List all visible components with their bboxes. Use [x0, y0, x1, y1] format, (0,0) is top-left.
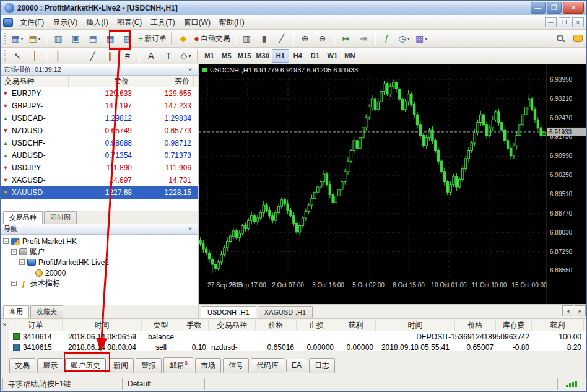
- toolbar-grip[interactable]: [4, 33, 6, 44]
- vertical-line-button[interactable]: │: [50, 48, 67, 63]
- text-label-button[interactable]: T: [160, 48, 177, 63]
- terminal-tab-EA[interactable]: EA: [286, 359, 307, 372]
- nav-node-mt-logo[interactable]: -Profit Market HK: [1, 236, 198, 246]
- crosshair-button[interactable]: ┼: [26, 48, 43, 63]
- market-watch-row[interactable]: ▲USDCAD-1.298121.29834: [1, 112, 198, 124]
- column-header-order[interactable]: 订单: [9, 320, 63, 331]
- column-header-price[interactable]: 价格: [256, 320, 297, 331]
- cursor-button[interactable]: ↖: [9, 48, 26, 63]
- terminal-tab-展示[interactable]: 展示: [37, 358, 63, 373]
- navigator-tab-常用[interactable]: 常用: [3, 305, 29, 318]
- timeframe-m15[interactable]: M15: [235, 49, 253, 63]
- templates-button[interactable]: ▩▾: [413, 31, 430, 46]
- column-header-type[interactable]: 类型: [142, 320, 180, 331]
- chart-area[interactable]: 27 Sep 201828 Sep 17:002 Oct 07:003 Oct …: [199, 64, 587, 304]
- chart-tab-USDCNH-,H1[interactable]: USDCNH-,H1: [201, 306, 256, 318]
- timeframe-w1[interactable]: W1: [324, 49, 341, 63]
- timeframe-m5[interactable]: M5: [218, 49, 235, 63]
- collapse-icon[interactable]: -: [19, 259, 25, 265]
- chart-shift-button[interactable]: ⇥: [355, 31, 372, 46]
- expand-icon[interactable]: +: [11, 281, 17, 286]
- chart-close-button[interactable]: ×: [572, 17, 584, 27]
- periods-button[interactable]: ◷▾: [396, 31, 413, 46]
- column-header-symbol[interactable]: 交易品种: [209, 320, 256, 331]
- equidistant-channel-button[interactable]: ∥: [102, 48, 119, 63]
- terminal-tab-邮箱[interactable]: 邮箱6: [163, 357, 193, 373]
- zoom-out-button[interactable]: ⊖: [314, 31, 331, 46]
- market-watch-tab-即时图[interactable]: 即时图: [44, 211, 77, 224]
- toolbar-grip[interactable]: [4, 50, 6, 61]
- collapse-icon[interactable]: -: [3, 238, 9, 244]
- minimize-button[interactable]: —: [531, 2, 546, 14]
- nav-node-indicators[interactable]: +ƒ技术指标: [1, 278, 198, 289]
- indicators-button[interactable]: ƒ: [378, 31, 396, 46]
- restore-button[interactable]: ❐: [547, 2, 562, 14]
- scroll-left-icon[interactable]: ◂: [562, 305, 573, 316]
- terminal-close-icon[interactable]: ×: [2, 321, 6, 328]
- history-row[interactable]: 34106152018.06.14 08:08:04sell0.10nzdusd…: [9, 342, 587, 351]
- nav-node-account-money[interactable]: 20000: [1, 268, 198, 278]
- close-icon[interactable]: ×: [186, 66, 194, 73]
- metaeditor-button[interactable]: ◆: [175, 31, 192, 46]
- menu-文件(F)[interactable]: 文件(F): [15, 15, 48, 30]
- arrows-button[interactable]: ◇▾: [177, 48, 194, 63]
- strategy-tester-button[interactable]: ▧: [119, 31, 136, 46]
- close-icon[interactable]: ×: [186, 225, 194, 232]
- market-watch-row[interactable]: ▼USDJPY-111.890111.906: [1, 162, 198, 174]
- horizontal-line-button[interactable]: ─: [67, 48, 84, 63]
- chart-window-icon[interactable]: [3, 18, 13, 27]
- timeframe-mn[interactable]: MN: [341, 49, 359, 63]
- nav-node-server[interactable]: -ProfitMarketHK-Live2: [1, 257, 198, 268]
- history-row[interactable]: 34106142018.06.14 08:06:59balanceDEPOSIT…: [9, 331, 587, 342]
- chart-minimize-button[interactable]: —: [545, 17, 557, 27]
- column-header-swap[interactable]: 库存费: [496, 320, 532, 331]
- timeframe-m30[interactable]: M30: [253, 49, 271, 63]
- text-button[interactable]: A: [142, 48, 160, 63]
- market-watch-button[interactable]: ▥: [50, 31, 67, 46]
- terminal-tab-信号[interactable]: 信号: [223, 358, 249, 373]
- timeframe-h1[interactable]: H1: [272, 49, 289, 63]
- scroll-right-icon[interactable]: ▸: [575, 305, 586, 316]
- column-header-cprice[interactable]: 价格: [455, 320, 496, 331]
- menu-插入(I)[interactable]: 插入(I): [82, 15, 112, 30]
- column-header-ask[interactable]: 买价: [133, 76, 194, 87]
- column-header-profit[interactable]: 获利: [532, 320, 584, 331]
- terminal-tab-代码库[interactable]: 代码库: [251, 358, 284, 373]
- terminal-tab-交易[interactable]: 交易: [9, 358, 35, 373]
- chart-bars-button[interactable]: ▥: [238, 31, 256, 46]
- chart-restore-button[interactable]: ❐: [559, 17, 570, 27]
- market-watch-row[interactable]: ▼NZDUSD-0.657490.65773: [1, 124, 198, 137]
- chart-tab-XAGUSD-,H1[interactable]: XAGUSD-,H1: [258, 306, 313, 318]
- market-watch-row[interactable]: ▲AUDUSD-0.713540.71373: [1, 149, 198, 162]
- menu-图表(C)[interactable]: 图表(C): [113, 15, 147, 30]
- profiles-button[interactable]: ▤▾: [26, 31, 43, 46]
- navigator-tab-收藏夹[interactable]: 收藏夹: [30, 305, 63, 318]
- timeframe-m1[interactable]: M1: [201, 49, 218, 63]
- chart-candles-button[interactable]: ▮: [256, 31, 273, 46]
- market-watch-row[interactable]: ▼XAGUSD-14.69714.731: [1, 174, 198, 186]
- column-header-tp[interactable]: 获利: [336, 320, 376, 331]
- status-profile[interactable]: Default: [122, 378, 202, 390]
- zoom-in-button[interactable]: ⊕: [297, 31, 314, 46]
- market-watch-row[interactable]: ▼XAUUSD-1227.681228.15: [1, 186, 198, 199]
- terminal-tab-账户历史[interactable]: 账户历史: [65, 358, 106, 373]
- menu-窗口(W)[interactable]: 窗口(W): [180, 15, 215, 30]
- terminal-tab-警报[interactable]: 警报: [136, 358, 162, 373]
- column-header-time[interactable]: 时间: [63, 320, 142, 331]
- nav-node-accounts[interactable]: -账户: [1, 246, 198, 257]
- fibonacci-button[interactable]: #: [119, 48, 136, 63]
- new-chart-button[interactable]: ▦▾: [9, 31, 26, 46]
- market-watch-row[interactable]: ▲USDCHF-0.986880.98712: [1, 137, 198, 149]
- market-watch-tab-交易品种[interactable]: 交易品种: [3, 211, 43, 224]
- market-watch-row[interactable]: ▼GBPJPY-147.197147.233: [1, 100, 198, 112]
- community-button[interactable]: [569, 31, 586, 46]
- column-header-ctime[interactable]: 时间: [376, 320, 455, 331]
- navigator-button[interactable]: ▤: [84, 31, 102, 46]
- column-header-lots[interactable]: 手数: [180, 320, 209, 331]
- close-button[interactable]: ✕: [563, 2, 584, 14]
- terminal-tab-新闻[interactable]: 新闻: [108, 358, 134, 373]
- terminal-tab-日志[interactable]: 日志: [309, 358, 335, 373]
- trendline-button[interactable]: ╱: [84, 48, 102, 63]
- timeframe-d1[interactable]: D1: [307, 49, 324, 63]
- column-header-symbol[interactable]: 交易品种: [1, 76, 69, 87]
